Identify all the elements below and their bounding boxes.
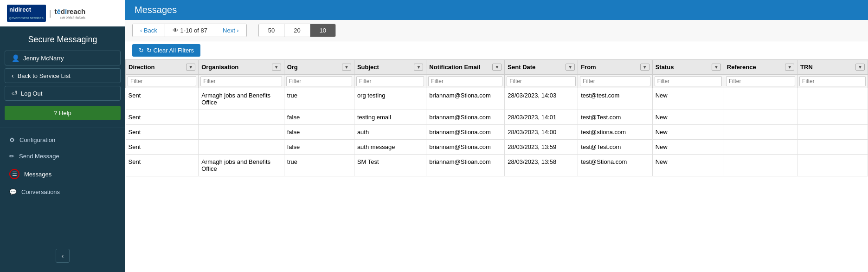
column-org: Org ▼ <box>284 60 354 75</box>
table-row[interactable]: Sentfalseauth messagebriannam@Stiona.com… <box>126 140 868 155</box>
filter-status-input[interactable] <box>655 76 722 86</box>
sidebar-item-conversations[interactable]: 💬 Conversations <box>0 184 125 200</box>
filter-organisation-input[interactable] <box>200 76 282 86</box>
sidebar-item-configuration[interactable]: ⚙ Configuration <box>0 132 125 148</box>
sort-organisation-button[interactable]: ▼ <box>272 64 281 71</box>
filter-notification-email-input[interactable] <box>428 76 502 86</box>
filter-reference-input[interactable] <box>726 76 795 86</box>
cell-notification_email: briannam@Stiona.com <box>426 140 505 155</box>
cell-org: true <box>284 155 354 176</box>
user-icon: 👤 <box>12 54 19 62</box>
cell-from: test@Test.com <box>578 110 653 125</box>
sidebar-item-send-message[interactable]: ✏ Send Message <box>0 148 125 164</box>
sort-status-button[interactable]: ▼ <box>712 64 721 71</box>
data-table: Direction ▼ Organisation ▼ Org ▼ <box>125 59 868 176</box>
cell-subject: testing email <box>354 110 426 125</box>
filter-from-input[interactable] <box>580 76 650 86</box>
cell-subject: auth message <box>354 140 426 155</box>
collapse-icon: ‹ <box>62 253 64 259</box>
messages-icon: ☰ <box>9 169 19 179</box>
cell-from: test@Stiona.com <box>578 155 653 176</box>
sort-notification-email-button[interactable]: ▼ <box>492 64 502 71</box>
sidebar-logo: nidirect government services | tédíreach… <box>0 0 125 26</box>
filter-status-cell <box>652 75 724 88</box>
page-size-group: 50 20 10 <box>258 24 336 37</box>
filter-subject-input[interactable] <box>356 76 424 86</box>
nidirect-logo: nidirect government services | tédíreach… <box>7 5 85 22</box>
pagination-info: 👁 1-10 of 87 <box>165 24 215 37</box>
logout-button[interactable]: ⏎ Log Out <box>5 86 121 101</box>
page-size-50-button[interactable]: 50 <box>259 24 284 37</box>
page-size-20-button[interactable]: 20 <box>284 24 310 37</box>
cell-notification_email: briannam@Stiona.com <box>426 125 505 140</box>
filter-org-input[interactable] <box>286 76 352 86</box>
column-sent-date: Sent Date ▼ <box>505 60 578 75</box>
cell-trn <box>797 88 868 110</box>
sort-reference-button[interactable]: ▼ <box>785 64 794 71</box>
cell-sent_date: 28/03/2023, 14:00 <box>505 125 578 140</box>
filter-org-cell <box>284 75 354 88</box>
back-to-service-list-button[interactable]: ‹ Back to Service List <box>5 68 121 83</box>
column-notification-email: Notification Email ▼ <box>426 60 505 75</box>
sort-from-button[interactable]: ▼ <box>640 64 649 71</box>
cell-status: New <box>652 140 724 155</box>
cell-org: false <box>284 110 354 125</box>
cell-organisation <box>199 110 284 125</box>
clear-all-filters-button[interactable]: ↻ ↻ Clear All Filters <box>132 44 200 57</box>
column-organisation: Organisation ▼ <box>199 60 284 75</box>
cell-organisation <box>199 140 284 155</box>
cell-direction: Sent <box>126 110 199 125</box>
cell-notification_email: briannam@Stioan.com <box>426 155 505 176</box>
page-size-10-button[interactable]: 10 <box>310 24 335 37</box>
logout-icon: ⏎ <box>12 90 17 97</box>
filter-notification-email-cell <box>426 75 505 88</box>
column-from: From ▼ <box>578 60 653 75</box>
page-title: Messages <box>135 5 177 15</box>
filter-organisation-cell <box>199 75 284 88</box>
cell-from: test@stiona.com <box>578 125 653 140</box>
sidebar-title: Secure Messaging <box>0 26 125 49</box>
filter-from-cell <box>578 75 653 88</box>
table-row[interactable]: Sentfalsetesting emailbriannam@Stiona.co… <box>126 110 868 125</box>
cell-reference <box>724 155 797 176</box>
cell-from: test@Test.com <box>578 140 653 155</box>
table-filter-row <box>126 75 868 88</box>
next-pagination-button[interactable]: Next › <box>215 24 246 37</box>
filter-sent-date-input[interactable] <box>507 76 576 86</box>
column-reference: Reference ▼ <box>724 60 797 75</box>
sort-subject-button[interactable]: ▼ <box>414 64 423 71</box>
cell-direction: Sent <box>126 88 199 110</box>
cell-reference <box>724 125 797 140</box>
sort-trn-button[interactable]: ▼ <box>855 64 865 71</box>
column-subject: Subject ▼ <box>354 60 426 75</box>
help-button[interactable]: ? Help <box>5 106 121 120</box>
sidebar-item-messages[interactable]: ☰ Messages <box>0 164 125 184</box>
filter-trn-cell <box>797 75 868 88</box>
user-button[interactable]: 👤 Jenny McNarry <box>5 51 121 65</box>
filter-reference-cell <box>724 75 797 88</box>
cell-direction: Sent <box>126 155 199 176</box>
sort-org-button[interactable]: ▼ <box>342 64 351 71</box>
eye-icon: 👁 <box>173 27 179 34</box>
table-header-row: Direction ▼ Organisation ▼ Org ▼ <box>126 60 868 75</box>
cell-subject: auth <box>354 125 426 140</box>
cell-organisation <box>199 125 284 140</box>
cell-organisation: Armagh jobs and Benefits Office <box>199 88 284 110</box>
cell-status: New <box>652 88 724 110</box>
sort-direction-button[interactable]: ▼ <box>186 64 195 71</box>
filter-direction-cell <box>126 75 199 88</box>
sidebar-collapse-button[interactable]: ‹ <box>56 249 70 263</box>
table-row[interactable]: Sentfalseauthbriannam@Stiona.com28/03/20… <box>126 125 868 140</box>
back-icon: ‹ <box>12 72 14 79</box>
table-row[interactable]: SentArmagh jobs and Benefits OfficetrueS… <box>126 155 868 176</box>
filter-direction-input[interactable] <box>128 76 196 86</box>
table-row[interactable]: SentArmagh jobs and Benefits Officetrueo… <box>126 88 868 110</box>
cell-notification_email: briannam@Stiona.com <box>426 88 505 110</box>
filter-trn-input[interactable] <box>799 76 866 86</box>
gear-icon: ⚙ <box>9 136 15 143</box>
back-pagination-button[interactable]: ‹ Back <box>133 24 165 37</box>
cell-trn <box>797 125 868 140</box>
sort-sent-date-button[interactable]: ▼ <box>566 64 575 71</box>
main-toolbar: ‹ Back 👁 1-10 of 87 Next › 50 20 10 <box>125 20 868 41</box>
filter-sent-date-cell <box>505 75 578 88</box>
